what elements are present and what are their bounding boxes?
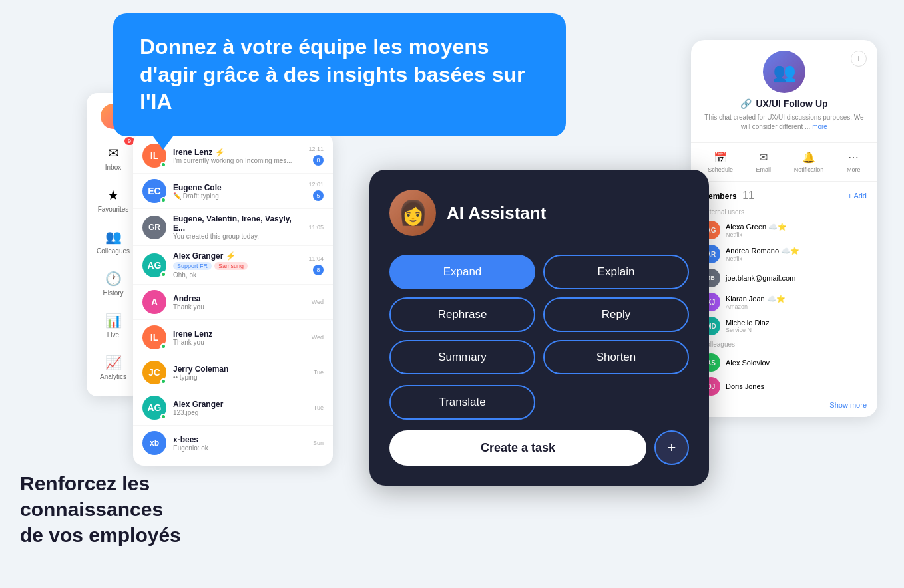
avatar: A	[142, 290, 166, 314]
sidebar-item-label: Inbox	[105, 164, 121, 171]
chat-item[interactable]: AG Alex Granger 123.jpeg Tue	[133, 390, 333, 426]
chat-name: Andrea	[173, 294, 305, 303]
shorten-button[interactable]: Shorten	[543, 340, 689, 374]
group-title: 🔗 UX/UI Follow Up	[740, 98, 827, 109]
summary-button[interactable]: Summary	[389, 340, 535, 374]
analytics-icon: 📈	[105, 355, 122, 370]
avatar: JC	[142, 361, 166, 384]
chat-preview: 123.jpeg	[173, 409, 307, 416]
member-info: Alex Soloviov	[726, 359, 867, 367]
chat-meta: 12:11 8	[308, 146, 324, 166]
members-title: Members 11	[702, 190, 754, 202]
chat-badge: 5	[313, 190, 324, 201]
sidebar-item-analytics[interactable]: 📈 Analytics	[87, 349, 140, 386]
email-action[interactable]: ✉ Email	[756, 151, 772, 173]
avatar: xb	[142, 431, 166, 455]
email-icon: ✉	[759, 151, 768, 164]
rephrase-button[interactable]: Rephrase	[389, 297, 535, 332]
schedule-icon: 📅	[714, 151, 727, 164]
chat-item[interactable]: IL Irene Lenz Thank you Wed	[133, 320, 333, 355]
member-info: Doris Jones	[726, 382, 867, 390]
ai-buttons-grid: Expand Explain Rephrase Reply Summary Sh…	[389, 255, 689, 374]
add-member-button[interactable]: + Add	[848, 192, 867, 200]
expand-button[interactable]: Expand	[389, 255, 535, 289]
chat-name: Eugene, Valentin, Irene, Vasyly, E...	[173, 214, 302, 233]
chat-badge: 8	[313, 265, 324, 275]
member-company: Service N	[726, 327, 867, 333]
ai-title: AI Assistant	[447, 203, 546, 223]
member-item: AG Alexa Green ☁️⭐ Netflix	[702, 221, 867, 239]
create-task-button[interactable]: Create a task	[389, 430, 646, 466]
sidebar-item-live[interactable]: 📊 Live	[87, 307, 140, 344]
avatar: GR	[142, 216, 166, 239]
member-company: Amazon	[726, 303, 867, 310]
chat-time: 11:04	[308, 255, 324, 262]
chat-meta: Wed	[312, 334, 324, 341]
sidebar-item-colleagues[interactable]: 👥 Colleagues	[87, 223, 140, 260]
action-label: More	[847, 166, 861, 173]
ai-assistant-panel: 👩 AI Assistant Expand Explain Rephrase R…	[369, 170, 709, 486]
notification-action[interactable]: 🔔 Notification	[794, 151, 824, 173]
member-item: JB joe.blank@gmail.com	[702, 269, 867, 287]
ai-footer: Create a task +	[389, 430, 689, 466]
show-more-button[interactable]: Show more	[702, 401, 867, 409]
action-label: Schedule	[708, 166, 733, 173]
right-actions: 📅 Schedule ✉ Email 🔔 Notification ⋯ More	[691, 143, 877, 182]
member-company: Netflix	[726, 231, 867, 238]
plus-button[interactable]: +	[654, 430, 689, 465]
external-users-label: External users	[702, 208, 867, 216]
reply-button[interactable]: Reply	[543, 297, 689, 332]
inbox-icon: ✉	[108, 145, 119, 161]
sidebar-item-label: Favourites	[98, 206, 129, 213]
chat-item[interactable]: xb x-bees Eugenio: ok Sun	[133, 426, 333, 460]
panel-header: i 👥 🔗 UX/UI Follow Up This chat created …	[691, 40, 877, 143]
schedule-action[interactable]: 📅 Schedule	[708, 151, 733, 173]
chat-name: Alex Granger ⚡	[173, 251, 302, 261]
avatar: EC	[142, 179, 166, 203]
sidebar-item-inbox[interactable]: ✉ 9 Inbox	[87, 140, 140, 176]
member-item: AS Alex Soloviov	[702, 353, 867, 372]
chat-content: Eugene, Valentin, Irene, Vasyly, E... Yo…	[173, 214, 302, 240]
group-desc: This chat created for UX/UI discussions …	[702, 113, 867, 132]
chat-item[interactable]: JC Jerry Coleman •• typing Tue	[133, 355, 333, 390]
explain-button[interactable]: Explain	[543, 255, 689, 289]
more-link[interactable]: more	[812, 123, 827, 130]
member-name: Alex Soloviov	[726, 359, 867, 367]
member-name: Doris Jones	[726, 382, 867, 390]
member-info: Andrea Romano ☁️⭐ Netflix	[726, 247, 867, 262]
chat-content: x-bees Eugenio: ok	[173, 435, 306, 452]
chat-name: x-bees	[173, 435, 306, 444]
chat-item[interactable]: GR Eugene, Valentin, Irene, Vasyly, E...…	[133, 209, 333, 246]
member-name: Michelle Diaz	[726, 319, 867, 327]
translate-button[interactable]: Translate	[389, 385, 535, 420]
member-item: DJ Doris Jones	[702, 377, 867, 396]
chat-content: Irene Lenz Thank you	[173, 329, 305, 346]
member-company: Netflix	[726, 255, 867, 262]
more-action[interactable]: ⋯ More	[847, 151, 861, 173]
link-icon: 🔗	[740, 98, 752, 109]
chat-preview: ✏️ Draft: typing	[173, 192, 302, 200]
action-label: Email	[756, 166, 772, 173]
members-header: Members 11 + Add	[702, 190, 867, 202]
chat-time: Tue	[314, 404, 324, 411]
chat-item[interactable]: A Andrea Thank you Wed	[133, 285, 333, 320]
chat-time: Wed	[312, 334, 324, 341]
chat-item[interactable]: EC Eugene Cole ✏️ Draft: typing 12:01 5	[133, 174, 333, 209]
star-icon: ★	[107, 187, 119, 203]
chat-preview: Thank you	[173, 303, 305, 311]
avatar: IL	[142, 325, 166, 349]
chat-time: Sun	[313, 440, 324, 446]
chat-content: Irene Lenz ⚡ I'm currently working on In…	[173, 148, 302, 164]
chat-meta: Sun	[313, 440, 324, 446]
history-icon: 🕐	[105, 271, 122, 287]
chat-time: 12:01	[308, 181, 324, 188]
info-button[interactable]: i	[851, 51, 867, 67]
sidebar-item-history[interactable]: 🕐 History	[87, 265, 140, 302]
sidebar-item-favourites[interactable]: ★ Favourites	[87, 182, 140, 218]
chat-item[interactable]: AG Alex Granger ⚡ Support FR Samsung Ohh…	[133, 246, 333, 285]
ai-avatar: 👩	[389, 190, 436, 236]
chat-name: Alex Granger	[173, 400, 307, 409]
colleagues-label: Colleagues	[702, 341, 867, 348]
member-info: Kiaran Jean ☁️⭐ Amazon	[726, 295, 867, 310]
chat-content: Jerry Coleman •• typing	[173, 365, 307, 381]
